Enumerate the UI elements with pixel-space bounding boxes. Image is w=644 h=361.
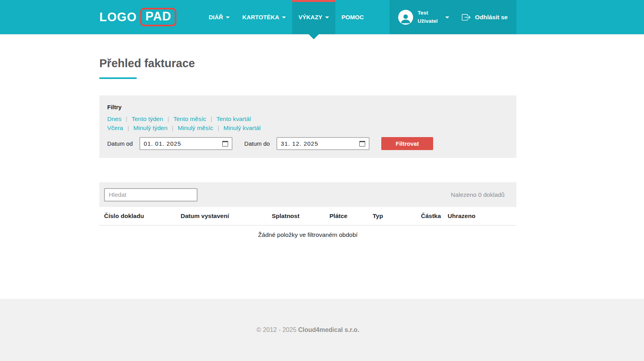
date-to-input[interactable]: 31. 12. 2025 — [276, 137, 370, 150]
date-filter-row: Datum od 01. 01. 2025 Datum do 31. 12. 2… — [107, 137, 509, 150]
app-logo[interactable]: LOGO PAD — [99, 0, 176, 34]
page-footer: © 2012 - 2025 Cloud4medical s.r.o. — [0, 299, 644, 361]
top-navbar: LOGO PAD DIÁŘ KARTOTÉKA VÝKAZY POMOC — [0, 0, 644, 35]
quick-link-tento-mesic[interactable]: Tento měsíc — [173, 115, 206, 123]
main-nav: DIÁŘ KARTOTÉKA VÝKAZY POMOC — [202, 0, 370, 34]
date-from-value: 01. 01. 2025 — [144, 140, 181, 147]
logo-text-part1: LOGO — [99, 10, 137, 24]
link-separator: | — [126, 115, 127, 123]
active-tab-indicator — [292, 0, 335, 2]
column-header-datum-vystaveni: Datum vystavení — [181, 207, 272, 225]
results-toolbar: Nalezeno 0 dokladů — [99, 182, 516, 207]
column-header-uhrazeno: Uhrazeno — [448, 207, 516, 225]
filter-button[interactable]: Filtrovat — [381, 137, 433, 150]
empty-state-message: Žádné položky ve filtrovaném období — [99, 225, 516, 245]
documents-table: Číslo dokladu Datum vystavení Splatnost … — [99, 207, 516, 244]
user-avatar[interactable] — [398, 10, 413, 25]
column-header-splatnost: Splatnost — [272, 207, 329, 225]
date-to-label: Datum do — [244, 140, 270, 147]
search-input[interactable] — [104, 188, 198, 202]
chevron-down-icon[interactable] — [445, 16, 449, 18]
user-name[interactable]: Test Uživatel — [417, 9, 437, 25]
date-from-input[interactable]: 01. 01. 2025 — [139, 137, 232, 150]
calendar-icon[interactable] — [359, 141, 365, 147]
nav-item-diar[interactable]: DIÁŘ — [202, 0, 236, 34]
link-separator: | — [128, 125, 129, 132]
link-separator: | — [172, 125, 174, 132]
nav-item-label: KARTOTÉKA — [242, 14, 279, 20]
filters-panel: Filtry Dnes | Tento týden | Tento měsíc … — [99, 95, 516, 158]
link-separator: | — [167, 115, 169, 123]
title-underline — [99, 77, 137, 79]
nav-item-kartoteka[interactable]: KARTOTÉKA — [236, 0, 292, 34]
empty-state-row: Žádné položky ve filtrovaném období — [99, 225, 516, 245]
results-count: Nalezeno 0 dokladů — [451, 191, 505, 198]
link-separator: | — [210, 115, 212, 123]
company-name: Cloud4medical s.r.o. — [298, 326, 359, 333]
chevron-down-icon — [282, 16, 286, 18]
column-header-castka: Částka — [421, 207, 448, 225]
table-header-row: Číslo dokladu Datum vystavení Splatnost … — [99, 207, 516, 225]
logout-label: Odhlásit se — [475, 14, 508, 21]
column-header-cislo-dokladu: Číslo dokladu — [99, 207, 181, 225]
nav-item-vykazy[interactable]: VÝKAZY — [292, 0, 335, 34]
user-name-line2: Uživatel — [417, 17, 437, 25]
date-to-value: 31. 12. 2025 — [281, 140, 318, 147]
quick-link-tento-tyden[interactable]: Tento týden — [132, 115, 163, 123]
nav-item-label: DIÁŘ — [209, 14, 223, 20]
link-separator: | — [218, 125, 219, 132]
calendar-icon[interactable] — [222, 141, 228, 147]
quick-date-links-row2: Včera | Minulý týden | Minulý měsíc | Mi… — [107, 125, 509, 132]
chevron-down-icon — [226, 16, 230, 18]
quick-link-dnes[interactable]: Dnes — [107, 115, 121, 123]
copyright-prefix: © 2012 - 2025 — [256, 326, 296, 333]
nav-item-label: VÝKAZY — [298, 14, 322, 20]
chevron-down-icon — [325, 16, 329, 18]
quick-link-vcera[interactable]: Včera — [107, 125, 123, 132]
column-header-typ: Typ — [373, 207, 421, 225]
quick-link-minuly-kvartal[interactable]: Minulý kvartál — [223, 125, 261, 132]
quick-link-minuly-tyden[interactable]: Minulý týden — [134, 125, 168, 132]
date-from-label: Datum od — [107, 140, 133, 147]
column-header-platce: Plátce — [329, 207, 373, 225]
person-icon — [400, 13, 412, 25]
page-title: Přehled fakturace — [99, 57, 516, 70]
nav-item-label: POMOC — [342, 14, 364, 20]
quick-link-tento-kvartal[interactable]: Tento kvartál — [216, 115, 251, 123]
logout-icon — [462, 13, 470, 22]
user-name-line1: Test — [417, 9, 437, 17]
logo-text-part2: PAD — [140, 8, 176, 26]
quick-date-links-row1: Dnes | Tento týden | Tento měsíc | Tento… — [107, 115, 509, 123]
quick-link-minuly-mesic[interactable]: Minulý měsíc — [178, 125, 213, 132]
page-content: Přehled fakturace Filtry Dnes | Tento tý… — [0, 35, 644, 299]
user-menu: Test Uživatel Odhlásit se — [390, 0, 516, 34]
logout-button[interactable]: Odhlásit se — [462, 13, 508, 22]
nav-item-pomoc[interactable]: POMOC — [335, 0, 370, 34]
copyright-text: © 2012 - 2025 Cloud4medical s.r.o. — [99, 326, 516, 334]
filters-heading: Filtry — [107, 104, 509, 110]
